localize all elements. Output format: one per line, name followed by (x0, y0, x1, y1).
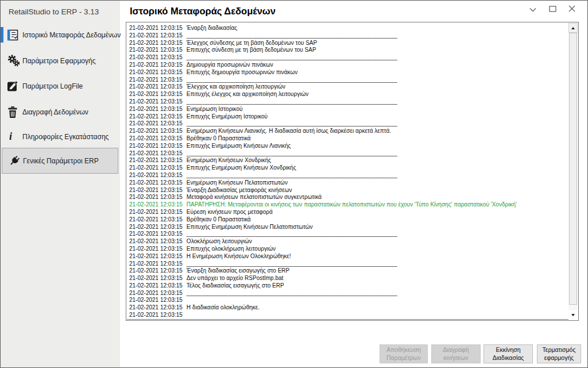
log-row[interactable]: 21-02-2021 12:03:15Έναρξη διαδικασίας (127, 25, 568, 32)
chevron-down-icon (529, 4, 536, 14)
sidebar-item-general-erp-parameters[interactable]: Γενικές Παράμετροι ERP (2, 148, 118, 174)
collapse-window-button[interactable] (523, 3, 543, 16)
log-message: ________________________________________… (187, 290, 397, 296)
save-parameters-button[interactable]: Αποθήκευση Παραμέτρων (380, 344, 428, 363)
log-row[interactable]: 21-02-2021 12:03:15_____________________… (127, 150, 568, 158)
log-message: Δημιουργία προσωρινών πινάκων (187, 62, 273, 68)
log-timestamp: 21-02-2021 12:03:15 (129, 201, 183, 208)
scrollbar[interactable] (568, 23, 578, 320)
log-row[interactable]: 21-02-2021 12:03:15Επιτυχής ολοκλήρωση λ… (127, 246, 568, 253)
sidebar-item-delete-data[interactable]: Διαγραφή Δεδομένων (1, 104, 120, 120)
log-row[interactable]: 21-02-2021 12:03:15Ενημέρωση Ιστορικού (127, 106, 568, 113)
log-row[interactable]: 21-02-2021 12:03:15_____________________… (127, 98, 568, 106)
log-timestamp: 21-02-2021 12:03:15 (129, 209, 183, 215)
plug-icon (7, 155, 23, 167)
sidebar-item-logfile-parameters[interactable]: Παράμετροι LogFile (1, 78, 120, 94)
start-process-button[interactable]: Εκκίνηση Διαδικασίας (483, 344, 533, 363)
log-row[interactable]: 21-02-2021 12:03:15_____________________… (127, 231, 568, 238)
log-message: ΠΑΡΑΤΗΡΗΣΗ: Μεταφέρονται οι κινήσεις των… (187, 201, 517, 208)
log-row[interactable]: 21-02-2021 12:03:15Ολοκλήρωση λειτουργιώ… (127, 238, 568, 246)
scrollbar-down-button[interactable] (568, 310, 578, 320)
log-timestamp: 21-02-2021 12:03:15 (129, 297, 183, 303)
log-row[interactable]: 21-02-2021 12:03:15Επιτυχής σύνδεση με τ… (127, 47, 568, 54)
sidebar-item-history[interactable]: Ιστορικό Μεταφοράς Δεδομένων (1, 27, 120, 43)
log-row[interactable]: 21-02-2021 12:03:15Η διαδικασία ολοκληρώ… (127, 304, 568, 312)
log-timestamp: 21-02-2021 12:03:15 (129, 238, 183, 244)
log-timestamp: 21-02-2021 12:03:15 (129, 157, 183, 163)
log-message: Έλεγχος και αρχικοποίηση λειτουργιών (187, 83, 285, 90)
log-row[interactable]: 21-02-2021 12:03:15Τέλος διαδικασίας εισ… (127, 282, 568, 290)
log-row[interactable]: 21-02-2021 12:03:15_____________________… (127, 54, 568, 62)
log-row[interactable]: 21-02-2021 12:03:15Επιτυχής Ενημέρωση Κι… (127, 143, 568, 150)
log-row[interactable]: 21-02-2021 12:03:15 (127, 297, 568, 304)
log-row[interactable]: 21-02-2021 12:03:15Επιτυχής έλεγχος και … (127, 91, 568, 98)
log-message: ________________________________________… (187, 172, 397, 178)
sidebar-item-app-parameters[interactable]: Παράμετροι Εφαρμογής (1, 53, 120, 68)
log-timestamp: 21-02-2021 12:03:15 (129, 282, 183, 289)
log-message: Επιτυχής σύνδεση με τη βάση δεδομένων το… (187, 47, 316, 53)
log-message: ________________________________________… (187, 98, 397, 105)
close-icon (568, 4, 575, 14)
scrollbar-thumb[interactable] (569, 33, 577, 305)
close-window-button[interactable] (562, 3, 582, 16)
log-row[interactable]: 21-02-2021 12:03:15_____________________… (127, 120, 568, 128)
log-row[interactable]: 21-02-2021 12:03:15Έναρξη Διαδικασίας με… (127, 187, 568, 194)
log-row[interactable]: 21-02-2021 12:03:15Επιτυχής Ενημέρωση Κι… (127, 164, 568, 172)
log-row[interactable]: 21-02-2021 12:03:15Βρέθηκαν 0 Παραστατικ… (127, 216, 568, 224)
triangle-up-icon (571, 27, 575, 29)
maximize-icon (549, 4, 556, 14)
scrollbar-up-button[interactable] (568, 23, 578, 33)
log-row[interactable]: 21-02-2021 12:03:15Βρέθηκαν 0 Παραστατικ… (127, 135, 568, 143)
log-row[interactable]: 21-02-2021 12:03:15Έλεγχος σύνδεσης με τ… (127, 40, 568, 47)
log-row[interactable]: 21-02-2021 12:03:15 (127, 312, 568, 319)
log-row[interactable]: 21-02-2021 12:03:15Δημιουργία προσωρινών… (127, 62, 568, 69)
log-row[interactable]: 21-02-2021 12:03:15Ενημέρωση Κινήσεων Χο… (127, 157, 568, 164)
log-row[interactable]: 21-02-2021 12:03:15Εύρεση κινήσεων προς … (127, 209, 568, 216)
log-row[interactable]: 21-02-2021 12:03:15_____________________… (127, 76, 568, 84)
log-row[interactable]: 21-02-2021 12:03:15Δεν υπάρχει το αρχείο… (127, 275, 568, 282)
log-timestamp: 21-02-2021 12:03:15 (129, 150, 183, 156)
sidebar-item-label: Διαγραφή Δεδομένων (22, 108, 88, 116)
delete-transactions-button[interactable]: Διαγραφή κινήσεων (431, 344, 481, 363)
log-message: Επιτυχής Ενημέρωση Ιστορικού (187, 113, 268, 120)
log-message: ________________________________________… (187, 32, 397, 39)
log-timestamp: 21-02-2021 12:03:15 (129, 304, 183, 310)
log-row[interactable]: 21-02-2021 12:03:15Η Ενημέρωση Κινήσεων … (127, 253, 568, 260)
log-row[interactable]: 21-02-2021 12:03:15Μεταφορά κινήσεων πελ… (127, 194, 568, 201)
log-message: Δεν υπάρχει το αρχείο RSPostImp.bat (187, 275, 283, 281)
log-timestamp: 21-02-2021 12:03:15 (129, 194, 183, 200)
log-message: Επιτυχής δημιουργία προσωρινών πινάκων (187, 69, 297, 75)
log-row[interactable]: 21-02-2021 12:03:15_____________________… (127, 290, 568, 297)
log-message: ________________________________________… (187, 76, 397, 83)
log-row[interactable]: 21-02-2021 12:03:15 (127, 319, 568, 320)
log-row[interactable]: 21-02-2021 12:03:15ΠΑΡΑΤΗΡΗΣΗ: Μεταφέρον… (127, 201, 568, 209)
log-message: Εύρεση κινήσεων προς μεταφορά (187, 209, 273, 215)
log-row[interactable]: 21-02-2021 12:03:15Επιτυχής Ενημέρωση Κι… (127, 224, 568, 231)
log-row[interactable]: 21-02-2021 12:03:15Έλεγχος και αρχικοποί… (127, 83, 568, 91)
log-row[interactable]: 21-02-2021 12:03:15_____________________… (127, 32, 568, 40)
log-row[interactable]: 21-02-2021 12:03:15Ενημέρωση Κινήσεων Πε… (127, 179, 568, 187)
log-message: Βρέθηκαν 0 Παραστατικά (187, 135, 251, 141)
log-timestamp: 21-02-2021 12:03:15 (129, 54, 183, 60)
log-timestamp: 21-02-2021 12:03:15 (129, 69, 183, 75)
log-message: Έλεγχος σύνδεσης με τη βάση δεδομένων το… (187, 40, 317, 46)
log-row[interactable]: 21-02-2021 12:03:15_____________________… (127, 172, 568, 179)
sidebar-item-installation-info[interactable]: iΠληροφορίες Εγκατάστασης (1, 129, 120, 144)
log-timestamp: 21-02-2021 12:03:15 (129, 135, 183, 141)
log-message: Ολοκλήρωση λειτουργιών (187, 238, 252, 244)
log-row[interactable]: 21-02-2021 12:03:15Επιτυχής δημιουργία π… (127, 69, 568, 76)
exit-application-button[interactable]: Τερματισμός εφαρμογής (537, 344, 581, 363)
sidebar-item-label: Παράμετροι Εφαρμογής (22, 57, 95, 65)
log-row[interactable]: 21-02-2021 12:03:15Έναρξη διαδικασίας ει… (127, 267, 568, 275)
maximize-window-button[interactable] (543, 3, 562, 16)
sidebar-item-label: Πληροφορίες Εγκατάστασης (22, 133, 109, 141)
log-row[interactable]: 21-02-2021 12:03:15Ενημέρωση Κινήσεων Λι… (127, 128, 568, 135)
log-timestamp: 21-02-2021 12:03:15 (129, 187, 183, 193)
log-row[interactable]: 21-02-2021 12:03:15_____________________… (127, 260, 568, 268)
log-message: Έναρξη διαδικασίας (187, 25, 237, 31)
log-row[interactable]: 21-02-2021 12:03:15Επιτυχής Ενημέρωση Ισ… (127, 113, 568, 121)
log-message: ________________________________________… (187, 260, 397, 267)
log-timestamp: 21-02-2021 12:03:15 (129, 91, 183, 97)
log-timestamp: 21-02-2021 12:03:15 (129, 253, 183, 259)
log-message: Επιτυχής Ενημέρωση Κινήσεων Λιανικής (187, 143, 291, 149)
